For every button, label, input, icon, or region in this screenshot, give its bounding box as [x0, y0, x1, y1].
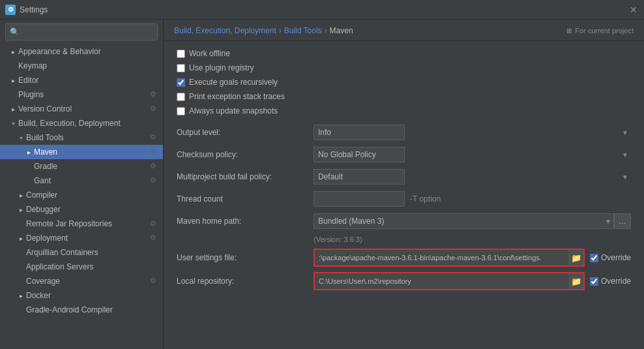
expand-arrow-icon: ▸ — [17, 205, 25, 213]
version-note: (Version: 3.6.3) — [314, 235, 631, 243]
user-settings-browse-button[interactable]: 📁 — [569, 250, 583, 266]
settings-icon: ⚙ — [150, 277, 159, 286]
local-repo-override-checkbox[interactable] — [590, 277, 598, 286]
use-plugin-checkbox[interactable] — [177, 64, 185, 72]
sidebar-item-label: Version Control — [18, 104, 150, 114]
expand-arrow-icon: ▸ — [9, 76, 17, 84]
expand-arrow-icon: ▾ — [17, 134, 25, 142]
always-update-row: Always update snapshots — [177, 106, 631, 115]
expand-arrow-icon: ▾ — [9, 119, 17, 127]
work-offline-checkbox[interactable] — [177, 50, 185, 58]
expand-arrow-icon: ▸ — [17, 234, 25, 242]
sidebar-item-gradle-android[interactable]: Gradle-Android Compiler — [0, 303, 163, 317]
settings-icon: ⚙ — [150, 133, 159, 142]
multiproject-policy-select[interactable]: Default Fail at end Never fail — [314, 169, 405, 185]
sidebar-item-label: Editor — [18, 76, 159, 85]
maven-home-select[interactable]: Bundled (Maven 3) — [314, 213, 614, 229]
print-exceptions-row: Print exception stack traces — [177, 92, 631, 101]
checksum-policy-select[interactable]: No Global Policy Fail Warn Ignore — [314, 147, 405, 162]
dropdown-arrow-icon: ▼ — [622, 151, 628, 159]
window-title: Settings — [20, 5, 628, 14]
settings-icon: ⚙ — [150, 90, 159, 99]
sidebar-item-maven[interactable]: ▸ Maven ⚙ — [0, 145, 163, 159]
expand-arrow-icon — [17, 263, 25, 271]
sidebar-item-app-servers[interactable]: Application Servers — [0, 260, 163, 274]
close-button[interactable]: ✕ — [628, 5, 639, 15]
dropdown-arrow-icon: ▼ — [622, 129, 628, 136]
breadcrumb-note: 🖥 For current project — [565, 27, 634, 35]
thread-count-input[interactable] — [314, 191, 405, 207]
breadcrumb: Build, Execution, Deployment › Build Too… — [164, 20, 644, 41]
thread-count-label: Thread count — [177, 194, 314, 204]
thread-count-control: -T option — [314, 191, 631, 207]
local-repo-input[interactable] — [315, 273, 569, 289]
multiproject-policy-control: Default Fail at end Never fail ▼ — [314, 169, 631, 185]
settings-icon: ⚙ — [150, 162, 159, 171]
multiproject-select-wrapper: Default Fail at end Never fail ▼ — [314, 169, 631, 185]
print-exceptions-label: Print exception stack traces — [189, 92, 285, 101]
user-settings-input[interactable] — [315, 250, 569, 266]
print-exceptions-checkbox[interactable] — [177, 93, 185, 101]
expand-arrow-icon — [17, 220, 25, 228]
breadcrumb-note-text: For current project — [575, 27, 634, 35]
execute-goals-row: Execute goals recursively — [177, 78, 631, 87]
execute-goals-checkbox[interactable] — [177, 78, 185, 87]
dropdown-arrow-icon: ▼ — [622, 174, 628, 181]
local-repo-label: Local repository: — [177, 277, 314, 286]
sidebar-item-coverage[interactable]: Coverage ⚙ — [0, 274, 163, 288]
sidebar-item-label: Appearance & Behavior — [18, 47, 159, 56]
sidebar-item-gradle[interactable]: Gradle ⚙ — [0, 159, 163, 174]
sidebar-item-build-tools[interactable]: ▾ Build Tools ⚙ — [0, 130, 163, 145]
local-repo-row: Local repository: 📁 Override — [177, 272, 631, 290]
sidebar-item-compiler[interactable]: ▸ Compiler — [0, 188, 163, 202]
output-level-select[interactable]: Info Debug Warning Error — [314, 125, 405, 140]
maven-home-row: Maven home path: Bundled (Maven 3) ▼ … — [177, 213, 631, 229]
sidebar-item-label: Maven — [34, 147, 150, 157]
window-controls: ✕ — [628, 5, 639, 15]
always-update-checkbox[interactable] — [177, 107, 185, 115]
t-option-label: -T option — [410, 194, 441, 204]
sidebar-item-deployment[interactable]: ▸ Deployment ⚙ — [0, 231, 163, 245]
settings-icon: ⚙ — [150, 104, 159, 114]
sidebar-item-plugins[interactable]: Plugins ⚙ — [0, 87, 163, 102]
thread-count-row: Thread count -T option — [177, 191, 631, 207]
sidebar-item-docker[interactable]: ▸ Docker — [0, 288, 163, 303]
maven-home-browse-button[interactable]: … — [614, 213, 631, 229]
breadcrumb-build-execution[interactable]: Build, Execution, Deployment — [174, 26, 276, 35]
sidebar-item-label: Keymap — [18, 61, 159, 70]
sidebar-item-label: Remote Jar Repositories — [26, 219, 150, 228]
expand-arrow-icon — [25, 162, 33, 170]
checksum-policy-row: Checksum policy: No Global Policy Fail W… — [177, 147, 631, 162]
sidebar-item-gant[interactable]: Gant ⚙ — [0, 174, 163, 188]
local-repo-browse-button[interactable]: 📁 — [569, 273, 583, 289]
expand-arrow-icon: ▸ — [17, 292, 25, 299]
sidebar-item-version-control[interactable]: ▸ Version Control ⚙ — [0, 102, 163, 116]
breadcrumb-sep2: › — [325, 26, 327, 35]
sidebar-item-build-execution[interactable]: ▾ Build, Execution, Deployment — [0, 116, 163, 130]
settings-window: ⚙ Settings ✕ 🔍 ▸ Appearance & Behavior K… — [0, 0, 644, 349]
use-plugin-label: Use plugin registry — [189, 63, 254, 72]
expand-arrow-icon — [17, 306, 25, 314]
main-content: 🔍 ▸ Appearance & Behavior Keymap ▸ Edito… — [0, 20, 644, 349]
user-settings-override-checkbox[interactable] — [590, 254, 598, 262]
sidebar-item-keymap[interactable]: Keymap — [0, 59, 163, 73]
expand-arrow-icon — [17, 277, 25, 285]
expand-arrow-icon: ▸ — [9, 105, 17, 113]
settings-icon: ⚙ — [150, 219, 159, 228]
search-box[interactable]: 🔍 — [5, 23, 158, 40]
search-input[interactable] — [22, 27, 153, 37]
sidebar-item-arquillian[interactable]: Arquillian Containers — [0, 245, 163, 260]
sidebar-item-remote-jar[interactable]: Remote Jar Repositories ⚙ — [0, 217, 163, 231]
sidebar-item-editor[interactable]: ▸ Editor — [0, 73, 163, 87]
sidebar-item-appearance[interactable]: ▸ Appearance & Behavior — [0, 44, 163, 59]
output-level-select-wrapper: Info Debug Warning Error ▼ — [314, 125, 631, 140]
sidebar-item-label: Build, Execution, Deployment — [18, 119, 159, 128]
breadcrumb-maven: Maven — [330, 26, 353, 35]
project-icon: 🖥 — [565, 27, 572, 35]
form-body: Work offline Use plugin registry Execute… — [164, 41, 644, 349]
expand-arrow-icon — [9, 62, 17, 70]
sidebar-item-label: Debugger — [26, 205, 159, 214]
expand-arrow-icon — [25, 177, 33, 185]
breadcrumb-build-tools[interactable]: Build Tools — [284, 26, 322, 35]
sidebar-item-debugger[interactable]: ▸ Debugger — [0, 202, 163, 217]
